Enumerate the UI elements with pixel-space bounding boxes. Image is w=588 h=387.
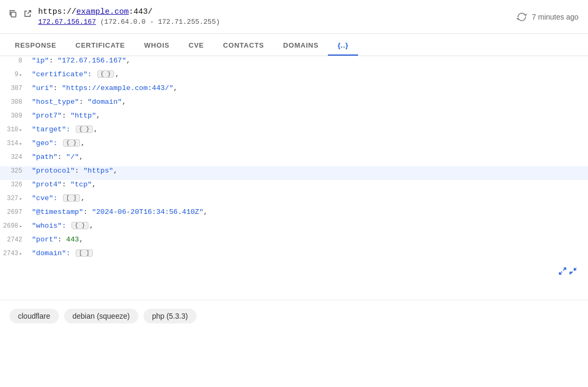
json-line: 2698▸"whois": { }, [0, 221, 588, 235]
json-viewer: 8"ip": "172.67.156.167",9▸"certificate":… [0, 56, 588, 300]
json-line: 9▸"certificate": { }, [0, 70, 588, 84]
collapse-arrow[interactable]: ▸ [20, 196, 22, 202]
tab-whois[interactable]: WHOIS [135, 34, 179, 56]
line-number[interactable]: 2698▸ [0, 222, 30, 230]
tab-json[interactable]: {..} [328, 34, 358, 56]
collapsed-object[interactable]: [ ] [63, 194, 80, 202]
line-number: 325 [0, 167, 30, 175]
external-link-button[interactable] [22, 8, 33, 21]
json-value: "@timestamp" [32, 208, 83, 216]
json-value: "2024-06-20T16:34:56.410Z" [92, 208, 203, 216]
json-line: 325"protocol": "https", [0, 166, 588, 180]
tags-bar: cloudflaredebian (squeeze)php (5.3.3) [0, 300, 588, 332]
url-text: https:// [38, 7, 76, 16]
line-number: 326 [0, 181, 30, 188]
expand-controls [558, 267, 577, 277]
collapsed-object[interactable]: { } [76, 125, 93, 133]
ip-address[interactable]: 172.67.156.167 [38, 18, 96, 26]
line-content: "domain": [ ] [30, 249, 588, 257]
json-line: 2743▸"domain": [ ] [0, 249, 588, 263]
json-key: "port" [32, 236, 58, 244]
json-value: "prot4" [32, 181, 62, 188]
json-line: 8"ip": "172.67.156.167", [0, 56, 588, 70]
json-line: 314▸"geo": { }, [0, 139, 588, 152]
json-key: "certificate": [32, 70, 92, 78]
line-content: "host_type": "domain", [30, 98, 588, 106]
collapsed-object[interactable]: { } [97, 70, 114, 78]
line-content: "prot7": "http", [30, 112, 588, 120]
url-display: https://example.com:443/ [38, 7, 220, 16]
json-punctuation: , [90, 222, 94, 230]
header-right: 7 minutes ago [516, 11, 578, 23]
tabs-bar: RESPONSE CERTIFICATE WHOIS CVE CONTACTS … [0, 34, 588, 56]
json-punctuation [70, 249, 75, 257]
tab-response[interactable]: RESPONSE [5, 34, 66, 56]
line-number[interactable]: 310▸ [0, 126, 30, 133]
collapse-button[interactable] [569, 267, 577, 277]
line-content: "uri": "https://example.com:443/", [30, 84, 588, 92]
json-number: 443 [66, 236, 79, 244]
collapse-arrow[interactable]: ▸ [20, 141, 22, 147]
json-line: 310▸"target": { }, [0, 125, 588, 139]
line-content: "geo": { }, [30, 139, 588, 147]
copy-button[interactable] [7, 8, 18, 21]
json-line: 309"prot7": "http", [0, 111, 588, 125]
tag[interactable]: php (5.3.3) [144, 309, 197, 323]
collapsed-object[interactable]: [ ] [76, 249, 93, 257]
collapse-arrow[interactable]: ▸ [20, 251, 22, 257]
collapse-arrow[interactable]: ▸ [20, 73, 22, 78]
json-value: "172.67.156.167" [58, 57, 127, 65]
json-punctuation [92, 70, 96, 78]
line-content: "port": 443, [30, 236, 588, 244]
json-punctuation: , [81, 194, 85, 202]
json-value: "http" [70, 112, 96, 120]
json-punctuation: , [115, 70, 119, 78]
line-content: "target": { }, [30, 125, 588, 133]
line-content: "certificate": { }, [30, 70, 588, 78]
json-value: "prot7" [32, 112, 62, 120]
json-line: 308"host_type": "domain", [0, 97, 588, 111]
url-domain[interactable]: example.com [76, 7, 129, 16]
line-content: "protocol": "https", [30, 167, 588, 175]
json-line: 307"uri": "https://example.com:443/", [0, 84, 588, 97]
tab-contacts[interactable]: CONTACTS [213, 34, 274, 56]
json-value: "tcp" [70, 181, 92, 188]
tab-domains[interactable]: DOMAINS [274, 34, 328, 56]
line-number[interactable]: 2743▸ [0, 250, 30, 257]
tab-certificate[interactable]: CERTIFICATE [66, 34, 135, 56]
json-key: "geo": [32, 139, 58, 147]
json-punctuation [70, 125, 75, 133]
line-number: 2697 [0, 209, 30, 216]
collapsed-object[interactable]: { } [72, 222, 88, 229]
json-value: "https://example.com:443/" [62, 84, 174, 92]
json-punctuation [58, 194, 62, 202]
collapse-arrow[interactable]: ▸ [20, 128, 22, 133]
line-number[interactable]: 327▸ [0, 195, 30, 202]
line-content: "prot4": "tcp", [30, 181, 588, 188]
json-punctuation: , [81, 139, 85, 147]
json-line: 2742"port": 443, [0, 235, 588, 249]
json-value: "path" [32, 153, 58, 161]
json-punctuation: , [94, 125, 98, 133]
tag[interactable]: debian (squeeze) [64, 309, 138, 323]
header: https://example.com:443/ 172.67.156.167 … [0, 0, 588, 34]
json-line: 324"path": "/", [0, 152, 588, 166]
refresh-icon [516, 11, 528, 23]
line-number: 8 [0, 57, 30, 65]
tab-cve[interactable]: CVE [179, 34, 213, 56]
json-value: "protocol" [32, 167, 75, 175]
line-number[interactable]: 314▸ [0, 140, 30, 147]
line-number: 307 [0, 85, 30, 92]
json-line: 327▸"cve": [ ], [0, 194, 588, 208]
expand-button[interactable] [558, 267, 567, 277]
json-value: "https" [83, 167, 113, 175]
ip-display: 172.67.156.167 (172.64.0.0 - 172.71.255.… [38, 18, 220, 26]
json-key: "cve": [32, 194, 58, 202]
json-value: "uri" [32, 84, 54, 92]
collapsed-object[interactable]: { } [63, 139, 80, 147]
line-number[interactable]: 9▸ [0, 71, 30, 78]
json-punctuation [66, 222, 70, 230]
json-line: 326"prot4": "tcp", [0, 180, 588, 194]
collapse-arrow[interactable]: ▸ [20, 224, 22, 229]
tag[interactable]: cloudflare [10, 309, 59, 323]
